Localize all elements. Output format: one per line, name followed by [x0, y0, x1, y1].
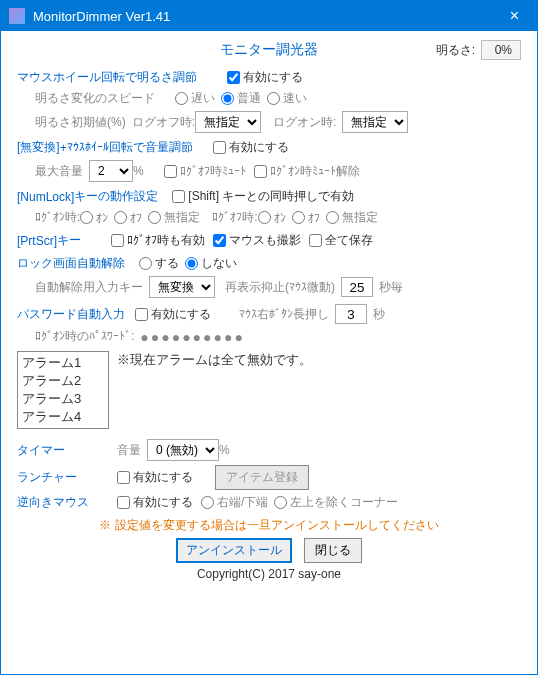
rclick-label: ﾏｳｽ右ﾎﾞﾀﾝ長押し	[239, 306, 329, 323]
alarm-listbox[interactable]: アラーム1 アラーム2 アラーム3 アラーム4	[17, 351, 109, 429]
volume-enable-checkbox[interactable]: 有効にする	[213, 139, 289, 156]
logoff-select[interactable]: 無指定	[195, 111, 261, 133]
nl-logoff-on[interactable]: ｵﾝ	[258, 211, 286, 225]
content: モニター調光器 明るさ: 0% マウスホイール回転で明るさ調節 有効にする 明る…	[1, 31, 537, 674]
numlock-shift-checkbox[interactable]: [Shift] キーとの同時押しで有効	[172, 188, 354, 205]
logon-label: ログオン時:	[273, 114, 336, 131]
list-item[interactable]: アラーム1	[22, 354, 104, 372]
reverse-tl-radio[interactable]: 左上を除くコーナー	[274, 494, 398, 511]
numlock-logon-label: ﾛｸﾞｵﾝ時:	[35, 209, 80, 226]
app-window: MonitorDimmer Ver1.41 × モニター調光器 明るさ: 0% …	[0, 0, 538, 675]
logon-select[interactable]: 無指定	[342, 111, 408, 133]
prtscr-mouse-checkbox[interactable]: マウスも撮影	[213, 232, 301, 249]
speed-label: 明るさ変化のスピード	[35, 90, 155, 107]
wheel-enable-checkbox[interactable]: 有効にする	[227, 69, 303, 86]
maxvol-select[interactable]: 2	[89, 160, 133, 182]
speed-normal-radio[interactable]: 普通	[221, 90, 261, 107]
prtscr-logoff-checkbox[interactable]: ﾛｸﾞｵﾌ時も有効	[111, 232, 205, 249]
logoff-label: ログオフ時:	[132, 114, 195, 131]
wheel-title: マウスホイール回転で明るさ調節	[17, 69, 197, 86]
reverse-enable-checkbox[interactable]: 有効にする	[117, 494, 193, 511]
pw-dots: ●●●●●●●●●●	[140, 329, 245, 345]
close-button[interactable]: 閉じる	[304, 538, 362, 563]
volume-key: [無変換]	[17, 139, 60, 156]
app-icon	[9, 8, 25, 24]
list-item[interactable]: アラーム2	[22, 372, 104, 390]
close-icon[interactable]: ×	[492, 1, 537, 31]
password-enable-checkbox[interactable]: 有効にする	[135, 306, 211, 323]
timer-label: タイマー	[17, 442, 117, 459]
nl-logon-none[interactable]: 無指定	[148, 209, 200, 226]
init-label: 明るさ初期値(%)	[35, 114, 126, 131]
mute-logon-checkbox[interactable]: ﾛｸﾞｵﾝ時ﾐｭｰﾄ解除	[254, 163, 360, 180]
numlock-key: [NumLock]	[17, 190, 74, 204]
launcher-label: ランチャー	[17, 469, 117, 486]
nl-logon-off[interactable]: ｵﾌ	[114, 211, 142, 225]
prtscr-key: [PrtScr]	[17, 234, 57, 248]
lock-key-label: 自動解除用入力キー	[35, 279, 143, 296]
volume-title: ﾏｳｽﾎｲｰﾙ回転で音量調節	[67, 139, 193, 156]
reverse-rb-radio[interactable]: 右端/下端	[201, 494, 268, 511]
copyright: Copyright(C) 2017 say-one	[17, 567, 521, 581]
speed-fast-radio[interactable]: 速い	[267, 90, 307, 107]
prtscr-saveall-checkbox[interactable]: 全て保存	[309, 232, 373, 249]
lock-dont-radio[interactable]: しない	[185, 255, 237, 272]
window-title: MonitorDimmer Ver1.41	[33, 9, 492, 24]
nl-logoff-none[interactable]: 無指定	[326, 209, 378, 226]
brightness-value: 0%	[481, 40, 521, 60]
launcher-register-button[interactable]: アイテム登録	[215, 465, 309, 490]
uninstall-button[interactable]: アンインストール	[176, 538, 292, 563]
lock-do-radio[interactable]: する	[139, 255, 179, 272]
reverse-label: 逆向きマウス	[17, 494, 117, 511]
rclick-input[interactable]	[335, 304, 367, 324]
lock-key-select[interactable]: 無変換	[149, 276, 215, 298]
numlock-logoff-label: ﾛｸﾞｵﾌ時:	[212, 209, 257, 226]
timer-vol-label: 音量	[117, 442, 141, 459]
suppress-input[interactable]	[341, 277, 373, 297]
nl-logoff-off[interactable]: ｵﾌ	[292, 211, 320, 225]
titlebar: MonitorDimmer Ver1.41 ×	[1, 1, 537, 31]
launcher-enable-checkbox[interactable]: 有効にする	[117, 469, 193, 486]
pw-label: ﾛｸﾞｵﾝ時のﾊﾟｽﾜｰﾄﾞ:	[35, 328, 134, 345]
speed-slow-radio[interactable]: 遅い	[175, 90, 215, 107]
timer-vol-select[interactable]: 0 (無効)	[147, 439, 219, 461]
mute-logoff-checkbox[interactable]: ﾛｸﾞｵﾌ時ﾐｭｰﾄ	[164, 163, 246, 180]
brightness-label: 明るさ:	[436, 42, 475, 59]
page-title: モニター調光器	[220, 41, 318, 59]
suppress-label: 再表示抑止(ﾏｳｽ微動)	[225, 279, 335, 296]
nl-logon-on[interactable]: ｵﾝ	[80, 211, 108, 225]
maxvol-label: 最大音量	[35, 163, 83, 180]
alarm-note: ※現在アラームは全て無効です。	[117, 351, 312, 369]
list-item[interactable]: アラーム4	[22, 408, 104, 426]
list-item[interactable]: アラーム3	[22, 390, 104, 408]
warning-text: ※ 設定値を変更する場合は一旦アンインストールしてください	[17, 517, 521, 534]
password-title: パスワード自動入力	[17, 306, 125, 323]
lock-title: ロック画面自動解除	[17, 255, 125, 272]
